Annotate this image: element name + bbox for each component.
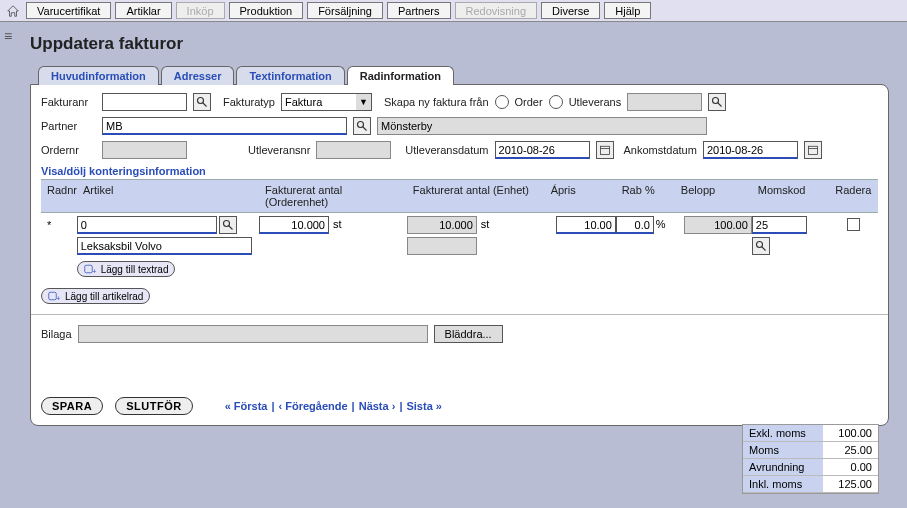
menu-redovisning: Redovisning (455, 2, 538, 19)
ankomstdatum-label: Ankomstdatum (624, 144, 697, 156)
col-fakt-ord: Fakturerat antal (Orderenhet) (259, 180, 407, 212)
partner-name-display (377, 117, 707, 135)
menu-diverse[interactable]: Diverse (541, 2, 600, 19)
svg-point-0 (198, 98, 204, 104)
ankomstdatum-input[interactable] (703, 141, 798, 159)
svg-line-5 (363, 127, 367, 131)
utleverans-lookup-icon[interactable] (708, 93, 726, 111)
col-apris: Ápris (545, 180, 616, 212)
svg-point-2 (713, 98, 719, 104)
top-menu-bar: Varucertifikat Artiklar Inköp Produktion… (0, 0, 907, 22)
pager-prev[interactable]: ‹ Föregående (279, 400, 348, 412)
menu-hjalp[interactable]: Hjälp (604, 2, 651, 19)
fakturanr-input[interactable] (102, 93, 187, 111)
utleverans-lookup-input[interactable] (627, 93, 702, 111)
svg-text:+: + (56, 295, 60, 302)
add-textrow-button[interactable]: + Lägg till textrad (77, 261, 176, 277)
totals-box: Exkl. moms100.00 Moms25.00 Avrundning0.0… (742, 424, 879, 494)
total-exkl-label: Exkl. moms (743, 425, 823, 442)
fakturatyp-select[interactable] (281, 93, 356, 111)
radera-checkbox[interactable] (847, 218, 860, 231)
fakturanr-label: Fakturanr (41, 96, 96, 108)
save-button[interactable]: SPARA (41, 397, 103, 415)
fakt-enh-extra (407, 237, 477, 255)
row-radnr: * (41, 216, 77, 234)
ordernr-input (102, 141, 187, 159)
momskod-lookup-icon[interactable] (752, 237, 770, 255)
pager-first[interactable]: « Första (225, 400, 268, 412)
total-avr-label: Avrundning (743, 459, 823, 476)
add-textrow-label: Lägg till textrad (101, 264, 169, 275)
menu-produktion[interactable]: Produktion (229, 2, 304, 19)
pager: « Första | ‹ Föregående | Nästa › | Sist… (225, 400, 442, 412)
menu-forsaljning[interactable]: Försäljning (307, 2, 383, 19)
utleverans-label: Utleverans (569, 96, 622, 108)
belopp-display (684, 216, 752, 234)
sidebar-toggle-icon[interactable]: ≡ (4, 28, 24, 44)
order-radio[interactable] (495, 95, 509, 109)
tab-radinformation[interactable]: Radinformation (347, 66, 454, 85)
utleveransdatum-input[interactable] (495, 141, 590, 159)
menu-varucertifikat[interactable]: Varucertifikat (26, 2, 111, 19)
partner-label: Partner (41, 120, 96, 132)
utleverans-radio[interactable] (549, 95, 563, 109)
pager-next[interactable]: Nästa › (359, 400, 396, 412)
partner-code-input[interactable] (102, 117, 347, 135)
svg-line-1 (203, 103, 207, 107)
col-radera: Radera (829, 180, 878, 212)
rab-unit: % (656, 216, 666, 234)
svg-line-15 (762, 247, 766, 251)
artikel-name-input[interactable] (77, 237, 252, 255)
browse-button[interactable]: Bläddra... (434, 325, 503, 343)
fakturanr-lookup-icon[interactable] (193, 93, 211, 111)
fakt-enh-input (407, 216, 477, 234)
svg-rect-16 (49, 292, 57, 300)
utleveransnr-input (316, 141, 391, 159)
apris-input[interactable] (556, 216, 616, 234)
total-inkl-label: Inkl. moms (743, 476, 823, 493)
utleveransdatum-calendar-icon[interactable] (596, 141, 614, 159)
menu-artiklar[interactable]: Artiklar (115, 2, 171, 19)
grid-header: Radnr Artikel Fakturerat antal (Orderenh… (41, 179, 878, 213)
page-title: Uppdatera fakturor (30, 34, 889, 54)
svg-line-3 (718, 103, 722, 107)
artikel-lookup-icon[interactable] (219, 216, 237, 234)
add-artikelrad-button[interactable]: + Lägg till artikelrad (41, 288, 150, 304)
enh-unit: st (481, 216, 490, 234)
fakturatyp-dropdown-icon[interactable]: ▼ (356, 93, 372, 111)
col-momskod: Momskod (752, 180, 829, 212)
svg-rect-12 (84, 265, 92, 273)
col-radnr: Radnr (41, 180, 77, 212)
tab-textinformation[interactable]: Textinformation (236, 66, 344, 85)
total-inkl-value: 125.00 (823, 476, 878, 493)
skapa-label: Skapa ny faktura från (384, 96, 489, 108)
svg-text:+: + (92, 268, 96, 275)
utleveransnr-label: Utleveransnr (248, 144, 310, 156)
fakt-ord-input[interactable] (259, 216, 329, 234)
svg-point-14 (756, 242, 762, 248)
tab-adresser[interactable]: Adresser (161, 66, 235, 85)
bilaga-label: Bilaga (41, 328, 72, 340)
separator (31, 314, 888, 315)
total-moms-value: 25.00 (823, 442, 878, 459)
home-icon[interactable] (4, 3, 22, 19)
partner-lookup-icon[interactable] (353, 117, 371, 135)
rab-input[interactable] (616, 216, 654, 234)
add-artikelrad-label: Lägg till artikelrad (65, 291, 143, 302)
tab-huvudinformation[interactable]: Huvudinformation (38, 66, 159, 85)
artikel-code-input[interactable] (77, 216, 217, 234)
menu-partners[interactable]: Partners (387, 2, 451, 19)
order-label: Order (515, 96, 543, 108)
bilaga-input[interactable] (78, 325, 428, 343)
total-moms-label: Moms (743, 442, 823, 459)
momskod-input[interactable] (752, 216, 807, 234)
tab-strip: Huvudinformation Adresser Textinformatio… (30, 66, 889, 85)
pager-last[interactable]: Sista » (406, 400, 441, 412)
utleveransdatum-label: Utleveransdatum (405, 144, 488, 156)
total-exkl-value: 100.00 (823, 425, 878, 442)
visa-dolj-kontering-link[interactable]: Visa/dölj konteringsinformation (41, 165, 878, 177)
col-artikel: Artikel (77, 180, 259, 212)
ankomstdatum-calendar-icon[interactable] (804, 141, 822, 159)
finish-button[interactable]: SLUTFÖR (115, 397, 192, 415)
col-rab: Rab % (616, 180, 675, 212)
